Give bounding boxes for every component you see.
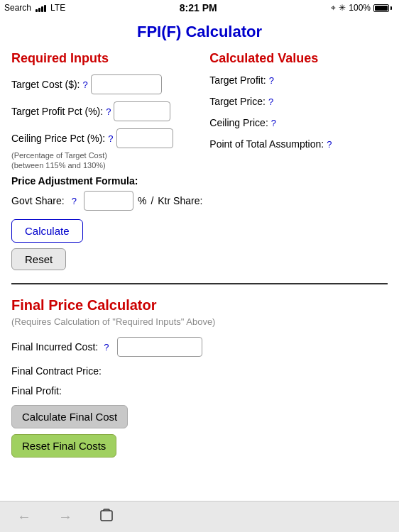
final-incurred-cost-help-icon[interactable]: ? bbox=[104, 342, 109, 353]
search-label: Search bbox=[4, 3, 31, 13]
ceiling-pct-note2: (between 115% and 130%) bbox=[11, 161, 202, 170]
calculated-values-title: Calculated Values bbox=[209, 51, 388, 66]
target-price-label: Target Price: bbox=[209, 96, 266, 107]
battery-indicator bbox=[373, 4, 392, 12]
percent-symbol: % bbox=[138, 195, 146, 206]
ceiling-pct-note1: (Percentage of Target Cost) bbox=[11, 151, 202, 160]
target-cost-label: Target Cost ($): bbox=[11, 79, 80, 90]
time-label: 8:21 PM bbox=[180, 2, 217, 13]
final-incurred-cost-label: Final Incurred Cost: bbox=[11, 341, 98, 353]
bluetooth-icon: ✳ bbox=[339, 3, 346, 13]
divider-symbol: / bbox=[151, 195, 153, 206]
ktr-share-label: Ktr Share: bbox=[158, 195, 202, 206]
required-inputs-title: Required Inputs bbox=[11, 51, 202, 66]
point-of-total-row: Point of Total Assumption: ? bbox=[209, 138, 388, 150]
final-contract-price-label: Final Contract Price: bbox=[11, 365, 102, 377]
status-left: Search LTE bbox=[4, 3, 65, 13]
forward-button[interactable]: → bbox=[55, 506, 75, 528]
formula-section: Price Adjustment Formula: Govt Share: ? … bbox=[11, 175, 202, 211]
final-price-section: Final Price Calculator (Requires Calcula… bbox=[11, 297, 388, 458]
status-bar: Search LTE 8:21 PM ⌖ ✳ 100% bbox=[0, 0, 399, 16]
final-contract-price-row: Final Contract Price: bbox=[11, 365, 388, 377]
calculated-values-section: Calculated Values Target Profit: ? Targe… bbox=[209, 51, 388, 270]
section-divider bbox=[11, 283, 388, 284]
reset-final-costs-button[interactable]: Reset Final Costs bbox=[11, 434, 116, 458]
share-button[interactable] bbox=[97, 505, 116, 528]
carrier-label: LTE bbox=[50, 3, 65, 13]
target-profit-pct-input[interactable] bbox=[114, 101, 170, 121]
calculate-final-cost-button[interactable]: Calculate Final Cost bbox=[11, 405, 128, 428]
target-price-help-icon[interactable]: ? bbox=[268, 96, 273, 107]
required-inputs-section: Required Inputs Target Cost ($): ? Targe… bbox=[11, 51, 202, 270]
ceiling-price-pct-help-icon[interactable]: ? bbox=[108, 133, 113, 144]
point-of-total-label: Point of Total Assumption: bbox=[209, 138, 324, 150]
main-content: FPI(F) Calculator Required Inputs Target… bbox=[0, 16, 399, 472]
formula-title: Price Adjustment Formula: bbox=[11, 175, 202, 187]
final-price-title: Final Price Calculator bbox=[11, 297, 388, 314]
target-profit-row: Target Profit: ? bbox=[209, 74, 388, 86]
page-title: FPI(F) Calculator bbox=[11, 16, 388, 51]
ceiling-price-pct-input[interactable] bbox=[116, 128, 173, 148]
two-column-section: Required Inputs Target Cost ($): ? Targe… bbox=[11, 51, 388, 270]
target-profit-help-icon[interactable]: ? bbox=[269, 75, 274, 86]
battery-percent: 100% bbox=[349, 3, 371, 13]
svg-rect-0 bbox=[101, 511, 112, 521]
ceiling-price-help-icon[interactable]: ? bbox=[271, 118, 276, 128]
final-incurred-cost-row: Final Incurred Cost: ? bbox=[11, 337, 388, 357]
calculate-button[interactable]: Calculate bbox=[11, 219, 83, 243]
bottom-toolbar: ← → bbox=[0, 501, 399, 532]
back-button[interactable]: ← bbox=[14, 506, 34, 528]
signal-bars bbox=[35, 4, 46, 12]
formula-row: Govt Share: ? % / Ktr Share: bbox=[11, 191, 202, 211]
target-profit-pct-row: Target Profit Pct (%): ? bbox=[11, 101, 202, 121]
govt-share-help-icon[interactable]: ? bbox=[72, 196, 77, 206]
ceiling-price-pct-label: Ceiling Price Pct (%): bbox=[11, 133, 105, 144]
target-cost-row: Target Cost ($): ? bbox=[11, 74, 202, 94]
final-profit-label: Final Profit: bbox=[11, 385, 62, 397]
final-profit-row: Final Profit: bbox=[11, 385, 388, 397]
final-incurred-cost-input[interactable] bbox=[117, 337, 202, 357]
status-right: ⌖ ✳ 100% bbox=[331, 3, 392, 13]
govt-share-input[interactable] bbox=[84, 191, 133, 211]
target-profit-pct-help-icon[interactable]: ? bbox=[106, 106, 111, 117]
target-price-row: Target Price: ? bbox=[209, 96, 388, 107]
reset-button[interactable]: Reset bbox=[11, 248, 66, 270]
target-cost-input[interactable] bbox=[91, 74, 162, 94]
ceiling-price-pct-row: Ceiling Price Pct (%): ? bbox=[11, 128, 202, 148]
target-profit-label: Target Profit: bbox=[209, 74, 266, 86]
target-cost-help-icon[interactable]: ? bbox=[82, 79, 87, 90]
target-profit-pct-label: Target Profit Pct (%): bbox=[11, 106, 103, 117]
point-of-total-help-icon[interactable]: ? bbox=[327, 139, 332, 150]
govt-share-label: Govt Share: bbox=[11, 195, 65, 206]
final-price-note: (Requires Calculation of "Required Input… bbox=[11, 316, 388, 327]
location-icon: ⌖ bbox=[331, 3, 336, 13]
ceiling-price-label: Ceiling Price: bbox=[209, 117, 268, 128]
ceiling-price-row: Ceiling Price: ? bbox=[209, 117, 388, 128]
